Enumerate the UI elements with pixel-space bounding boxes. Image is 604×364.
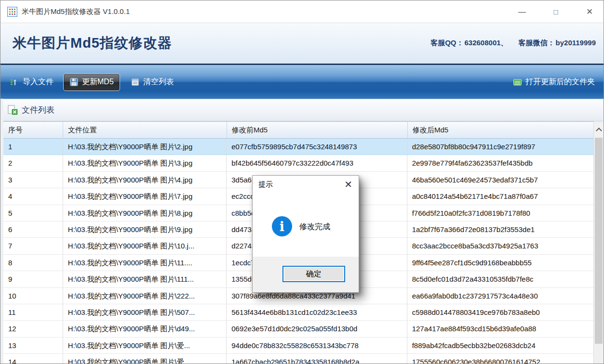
- table-scrollbar[interactable]: [593, 121, 604, 364]
- cell-md5-after: 1755560c606230e38b66800761614752: [407, 354, 593, 364]
- cell-path: H:\03.我的文档\Y9000P晒单 图片\3.jpg: [63, 155, 227, 171]
- cell-md5-before: 5613f4344e6b8b131cd1c02d23c1ee33: [227, 304, 407, 321]
- app-window: 米牛图片Md5指纹修改器 V1.0.0.1 — □ ✕ 米牛图片Md5指纹修改器…: [0, 0, 604, 364]
- cell-md5-after: a0c840124a54b62171e4bc71a87f0a67: [407, 188, 593, 205]
- clear-list-label: 清空列表: [143, 77, 174, 87]
- cell-index: 1: [3, 139, 63, 155]
- cell-index: 6: [3, 221, 63, 238]
- support-qq-label: 客服QQ：: [430, 39, 463, 47]
- folder-icon: [513, 78, 522, 87]
- file-list-bar: 文件列表: [3, 99, 603, 121]
- scrollbar-up-button[interactable]: [594, 121, 604, 137]
- close-button[interactable]: ✕: [578, 0, 601, 23]
- cell-path: H:\03.我的文档\Y9000P晒单 图片\222...: [63, 288, 227, 304]
- maximize-button[interactable]: □: [545, 0, 567, 23]
- support-qq-value: 632608001、: [464, 39, 508, 47]
- cell-path: H:\03.我的文档\Y9000P晒单 图片\爱...: [63, 338, 227, 354]
- cell-path: H:\03.我的文档\Y9000P晒单 图片\2.jpg: [63, 139, 227, 155]
- clear-list-button[interactable]: 清空列表: [126, 73, 179, 91]
- cell-path: H:\03.我的文档\Y9000P晒单 图片\111...: [63, 271, 227, 287]
- cell-index: 13: [3, 338, 63, 354]
- import-files-label: 导入文件: [23, 77, 54, 87]
- open-updated-folder-label: 打开更新后的文件夹: [525, 77, 595, 87]
- toolbar: 导入文件 更新MD5 清空列表 打开更新后的文件夹: [0, 64, 604, 99]
- ok-button[interactable]: 确定: [282, 266, 345, 282]
- header: 米牛图片Md5指纹修改器 客服QQ：632608001、客服微信：by20119…: [0, 23, 604, 64]
- save-disk-icon: [69, 78, 79, 87]
- titlebar: 米牛图片Md5指纹修改器 V1.0.0.1 — □ ✕: [0, 0, 604, 23]
- cell-path: H:\03.我的文档\Y9000P晒单 图片\d49...: [63, 321, 227, 337]
- app-grid-icon: [7, 7, 17, 17]
- col-header-path[interactable]: 文件位置: [63, 122, 227, 139]
- dialog-title: 提示: [258, 180, 273, 189]
- cell-md5-after: ea66a9fab0db1c2372917573c4a48e30: [407, 288, 593, 304]
- cell-path: H:\03.我的文档\Y9000P晒单 图片\11....: [63, 255, 227, 271]
- table-row[interactable]: 12 H:\03.我的文档\Y9000P晒单 图片\d49... 0692e3e…: [3, 321, 593, 337]
- dialog-close-button[interactable]: ✕: [344, 179, 352, 190]
- cell-index: 7: [3, 238, 63, 254]
- table-row[interactable]: 14 H:\03.我的文档\Y9000P晒单 图片\爱... 1a667cbac…: [3, 354, 593, 364]
- window-title: 米牛图片Md5指纹修改器 V1.0.0.1: [22, 7, 130, 16]
- close-icon: ✕: [344, 179, 352, 190]
- col-header-md5-after[interactable]: 修改后Md5: [408, 122, 594, 139]
- window-controls: — □ ✕: [511, 0, 604, 23]
- page-title: 米牛图片Md5指纹修改器: [13, 34, 172, 53]
- dialog-body: i 修改完成: [253, 192, 359, 258]
- cell-md5-after: f766d5f210a0f2fc371d0819b7178f80: [407, 205, 593, 221]
- table-row[interactable]: 1 H:\03.我的文档\Y9000P晒单 图片\2.jpg e077cfb57…: [3, 139, 593, 155]
- cell-index: 10: [3, 288, 63, 304]
- col-header-index[interactable]: 序号: [3, 122, 63, 139]
- cell-md5-after: 127a417ae884f593cd15b6d39afe0a88: [407, 321, 593, 337]
- dialog-message: 修改完成: [299, 222, 330, 232]
- cell-index: 4: [3, 188, 63, 205]
- clear-list-icon: [131, 78, 140, 87]
- cell-path: H:\03.我的文档\Y9000P晒单 图片\507...: [63, 304, 227, 321]
- scrollbar-thumb[interactable]: [595, 138, 603, 344]
- cell-md5-before: 94dde0c78b832c55828c6531343bc778: [227, 338, 407, 354]
- cell-md5-before: 1a667cbacb29651b78343358168b8d2a: [227, 354, 407, 364]
- cell-index: 5: [3, 205, 63, 221]
- cell-md5-after: 8c5d0efc01d3d72a43310535fdb7fe8c: [407, 271, 593, 287]
- excel-file-icon: [7, 105, 19, 116]
- table-row[interactable]: 13 H:\03.我的文档\Y9000P晒单 图片\爱... 94dde0c78…: [3, 338, 593, 354]
- cell-md5-after: c5988d014478803419ce976b783a8eb0: [407, 304, 593, 321]
- support-info: 客服QQ：632608001、客服微信：by20119999: [430, 39, 596, 48]
- cell-path: H:\03.我的文档\Y9000P晒单 图片\10.j...: [63, 238, 227, 254]
- cell-md5-after: 2e9978e779f4fa623623537fef435bdb: [407, 155, 593, 171]
- cell-path: H:\03.我的文档\Y9000P晒单 图片\4.jpg: [63, 172, 227, 188]
- cell-md5-after: 46ba560e501c469e24573edaf371c5b7: [407, 172, 593, 188]
- cell-path: H:\03.我的文档\Y9000P晒单 图片\7.jpg: [63, 188, 227, 205]
- cell-md5-after: f889ab42fcadb5ecbb32be02683dcb24: [407, 338, 593, 354]
- import-arrow-icon: [10, 78, 19, 87]
- chevron-up-icon: [596, 128, 602, 134]
- cell-path: H:\03.我的文档\Y9000P晒单 图片\爱...: [63, 354, 227, 364]
- cell-index: 9: [3, 271, 63, 287]
- cell-index: 3: [3, 172, 63, 188]
- cell-path: H:\03.我的文档\Y9000P晒单 图片\9.jpg: [63, 221, 227, 238]
- col-header-md5-before[interactable]: 修改前Md5: [227, 122, 408, 139]
- minimize-button[interactable]: —: [511, 0, 533, 23]
- update-md5-label: 更新MD5: [82, 77, 114, 87]
- open-updated-folder-button[interactable]: 打开更新后的文件夹: [508, 73, 600, 91]
- cell-index: 12: [3, 321, 63, 337]
- table-row[interactable]: 11 H:\03.我的文档\Y9000P晒单 图片\507... 5613f43…: [3, 304, 593, 321]
- table-row[interactable]: 2 H:\03.我的文档\Y9000P晒单 图片\3.jpg bf42b645f…: [3, 155, 593, 171]
- support-wechat-value: by20119999: [556, 39, 596, 47]
- table-header: 序号 文件位置 修改前Md5 修改后Md5: [3, 121, 604, 139]
- support-wechat-label: 客服微信：: [519, 39, 555, 47]
- cell-index: 11: [3, 304, 63, 321]
- cell-md5-before: e077cfb5759895cb7d475c3248149873: [227, 139, 407, 155]
- cell-index: 2: [3, 155, 63, 171]
- cell-md5-before: bf42b645f56460797c33222d0c47f493: [227, 155, 407, 171]
- cell-md5-after: 9ff64f5ee287cf1d5c9d9168beabbb55: [407, 255, 593, 271]
- cell-md5-after: 8cc3aac2bcce8ba5a3cd37b4925a1763: [407, 238, 593, 254]
- dialog-footer: 确定: [253, 257, 359, 292]
- cell-path: H:\03.我的文档\Y9000P晒单 图片\8.jpg: [63, 205, 227, 221]
- info-icon: i: [272, 216, 292, 236]
- cell-md5-before: 0692e3e57d1d0dc29c025a055fd13b0d: [227, 321, 407, 337]
- import-files-button[interactable]: 导入文件: [5, 73, 58, 91]
- cell-index: 8: [3, 255, 63, 271]
- cell-index: 14: [3, 354, 63, 364]
- message-dialog: 提示 ✕ i 修改完成 确定: [252, 175, 359, 293]
- update-md5-button[interactable]: 更新MD5: [63, 73, 120, 91]
